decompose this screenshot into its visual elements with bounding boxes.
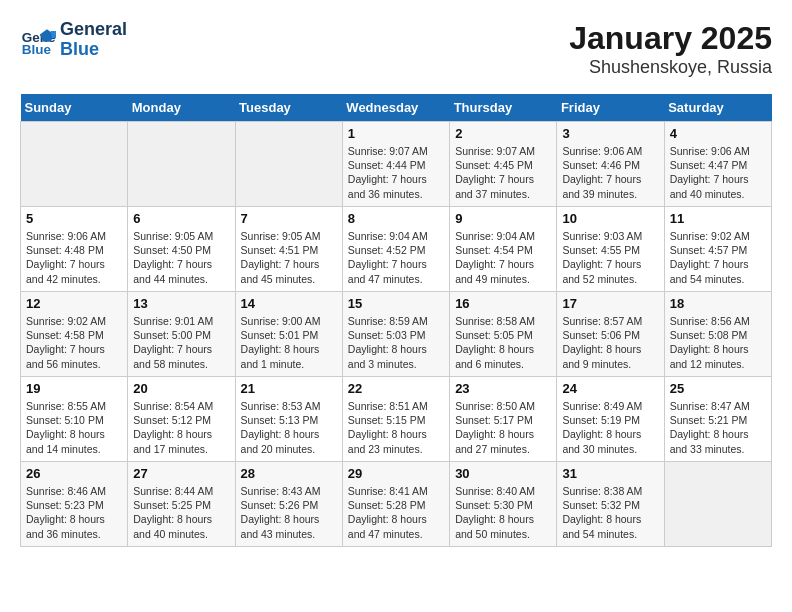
day-info: Sunrise: 8:44 AM Sunset: 5:25 PM Dayligh… (133, 484, 229, 541)
calendar-day: 29Sunrise: 8:41 AM Sunset: 5:28 PM Dayli… (342, 462, 449, 547)
calendar-day: 10Sunrise: 9:03 AM Sunset: 4:55 PM Dayli… (557, 207, 664, 292)
calendar-day: 31Sunrise: 8:38 AM Sunset: 5:32 PM Dayli… (557, 462, 664, 547)
day-info: Sunrise: 8:50 AM Sunset: 5:17 PM Dayligh… (455, 399, 551, 456)
calendar-day: 3Sunrise: 9:06 AM Sunset: 4:46 PM Daylig… (557, 122, 664, 207)
day-info: Sunrise: 8:40 AM Sunset: 5:30 PM Dayligh… (455, 484, 551, 541)
day-info: Sunrise: 9:04 AM Sunset: 4:54 PM Dayligh… (455, 229, 551, 286)
title-block: January 2025 Shushenskoye, Russia (569, 20, 772, 78)
day-info: Sunrise: 8:58 AM Sunset: 5:05 PM Dayligh… (455, 314, 551, 371)
day-info: Sunrise: 8:38 AM Sunset: 5:32 PM Dayligh… (562, 484, 658, 541)
calendar-day: 30Sunrise: 8:40 AM Sunset: 5:30 PM Dayli… (450, 462, 557, 547)
day-number: 21 (241, 381, 337, 396)
day-info: Sunrise: 9:04 AM Sunset: 4:52 PM Dayligh… (348, 229, 444, 286)
day-number: 27 (133, 466, 229, 481)
page-header: General Blue General Blue January 2025 S… (20, 20, 772, 78)
dow-header-monday: Monday (128, 94, 235, 122)
dow-header-wednesday: Wednesday (342, 94, 449, 122)
day-info: Sunrise: 9:05 AM Sunset: 4:50 PM Dayligh… (133, 229, 229, 286)
page-title: January 2025 (569, 20, 772, 57)
day-info: Sunrise: 9:06 AM Sunset: 4:48 PM Dayligh… (26, 229, 122, 286)
day-number: 14 (241, 296, 337, 311)
day-info: Sunrise: 8:57 AM Sunset: 5:06 PM Dayligh… (562, 314, 658, 371)
calendar-day: 15Sunrise: 8:59 AM Sunset: 5:03 PM Dayli… (342, 292, 449, 377)
day-number: 6 (133, 211, 229, 226)
day-info: Sunrise: 9:02 AM Sunset: 4:57 PM Dayligh… (670, 229, 766, 286)
calendar-week-1: 1Sunrise: 9:07 AM Sunset: 4:44 PM Daylig… (21, 122, 772, 207)
day-number: 15 (348, 296, 444, 311)
calendar-day: 7Sunrise: 9:05 AM Sunset: 4:51 PM Daylig… (235, 207, 342, 292)
day-number: 16 (455, 296, 551, 311)
calendar-day: 21Sunrise: 8:53 AM Sunset: 5:13 PM Dayli… (235, 377, 342, 462)
day-number: 20 (133, 381, 229, 396)
day-number: 28 (241, 466, 337, 481)
day-info: Sunrise: 8:41 AM Sunset: 5:28 PM Dayligh… (348, 484, 444, 541)
calendar-day: 12Sunrise: 9:02 AM Sunset: 4:58 PM Dayli… (21, 292, 128, 377)
dow-header-sunday: Sunday (21, 94, 128, 122)
day-info: Sunrise: 9:06 AM Sunset: 4:47 PM Dayligh… (670, 144, 766, 201)
calendar-day: 27Sunrise: 8:44 AM Sunset: 5:25 PM Dayli… (128, 462, 235, 547)
calendar-day: 6Sunrise: 9:05 AM Sunset: 4:50 PM Daylig… (128, 207, 235, 292)
logo-wordmark: General Blue (60, 20, 127, 60)
calendar-day: 1Sunrise: 9:07 AM Sunset: 4:44 PM Daylig… (342, 122, 449, 207)
day-number: 5 (26, 211, 122, 226)
calendar-week-2: 5Sunrise: 9:06 AM Sunset: 4:48 PM Daylig… (21, 207, 772, 292)
day-info: Sunrise: 8:53 AM Sunset: 5:13 PM Dayligh… (241, 399, 337, 456)
calendar-week-5: 26Sunrise: 8:46 AM Sunset: 5:23 PM Dayli… (21, 462, 772, 547)
day-info: Sunrise: 8:46 AM Sunset: 5:23 PM Dayligh… (26, 484, 122, 541)
day-info: Sunrise: 9:05 AM Sunset: 4:51 PM Dayligh… (241, 229, 337, 286)
day-number: 30 (455, 466, 551, 481)
day-info: Sunrise: 9:02 AM Sunset: 4:58 PM Dayligh… (26, 314, 122, 371)
calendar-day: 20Sunrise: 8:54 AM Sunset: 5:12 PM Dayli… (128, 377, 235, 462)
day-number: 26 (26, 466, 122, 481)
calendar-table: SundayMondayTuesdayWednesdayThursdayFrid… (20, 94, 772, 547)
calendar-day: 25Sunrise: 8:47 AM Sunset: 5:21 PM Dayli… (664, 377, 771, 462)
day-info: Sunrise: 8:59 AM Sunset: 5:03 PM Dayligh… (348, 314, 444, 371)
day-number: 12 (26, 296, 122, 311)
day-number: 7 (241, 211, 337, 226)
day-number: 11 (670, 211, 766, 226)
calendar-day: 16Sunrise: 8:58 AM Sunset: 5:05 PM Dayli… (450, 292, 557, 377)
day-number: 1 (348, 126, 444, 141)
day-number: 4 (670, 126, 766, 141)
calendar-day: 17Sunrise: 8:57 AM Sunset: 5:06 PM Dayli… (557, 292, 664, 377)
day-number: 24 (562, 381, 658, 396)
day-number: 2 (455, 126, 551, 141)
day-info: Sunrise: 8:55 AM Sunset: 5:10 PM Dayligh… (26, 399, 122, 456)
day-number: 13 (133, 296, 229, 311)
day-info: Sunrise: 9:06 AM Sunset: 4:46 PM Dayligh… (562, 144, 658, 201)
calendar-day (664, 462, 771, 547)
logo-icon: General Blue (20, 22, 56, 58)
svg-text:Blue: Blue (22, 42, 52, 57)
calendar-day: 13Sunrise: 9:01 AM Sunset: 5:00 PM Dayli… (128, 292, 235, 377)
dow-header-saturday: Saturday (664, 94, 771, 122)
calendar-week-3: 12Sunrise: 9:02 AM Sunset: 4:58 PM Dayli… (21, 292, 772, 377)
calendar-day (21, 122, 128, 207)
day-info: Sunrise: 9:07 AM Sunset: 4:44 PM Dayligh… (348, 144, 444, 201)
day-number: 19 (26, 381, 122, 396)
logo: General Blue General Blue (20, 20, 127, 60)
calendar-day: 28Sunrise: 8:43 AM Sunset: 5:26 PM Dayli… (235, 462, 342, 547)
calendar-day: 26Sunrise: 8:46 AM Sunset: 5:23 PM Dayli… (21, 462, 128, 547)
day-number: 17 (562, 296, 658, 311)
day-number: 31 (562, 466, 658, 481)
day-number: 18 (670, 296, 766, 311)
calendar-day (235, 122, 342, 207)
calendar-day: 8Sunrise: 9:04 AM Sunset: 4:52 PM Daylig… (342, 207, 449, 292)
dow-header-thursday: Thursday (450, 94, 557, 122)
day-number: 29 (348, 466, 444, 481)
calendar-day: 9Sunrise: 9:04 AM Sunset: 4:54 PM Daylig… (450, 207, 557, 292)
day-info: Sunrise: 8:47 AM Sunset: 5:21 PM Dayligh… (670, 399, 766, 456)
day-info: Sunrise: 9:07 AM Sunset: 4:45 PM Dayligh… (455, 144, 551, 201)
calendar-day: 23Sunrise: 8:50 AM Sunset: 5:17 PM Dayli… (450, 377, 557, 462)
day-number: 9 (455, 211, 551, 226)
calendar-day: 11Sunrise: 9:02 AM Sunset: 4:57 PM Dayli… (664, 207, 771, 292)
day-number: 8 (348, 211, 444, 226)
dow-header-tuesday: Tuesday (235, 94, 342, 122)
day-number: 10 (562, 211, 658, 226)
calendar-day: 19Sunrise: 8:55 AM Sunset: 5:10 PM Dayli… (21, 377, 128, 462)
day-number: 23 (455, 381, 551, 396)
calendar-day: 24Sunrise: 8:49 AM Sunset: 5:19 PM Dayli… (557, 377, 664, 462)
calendar-week-4: 19Sunrise: 8:55 AM Sunset: 5:10 PM Dayli… (21, 377, 772, 462)
dow-header-friday: Friday (557, 94, 664, 122)
day-info: Sunrise: 9:03 AM Sunset: 4:55 PM Dayligh… (562, 229, 658, 286)
